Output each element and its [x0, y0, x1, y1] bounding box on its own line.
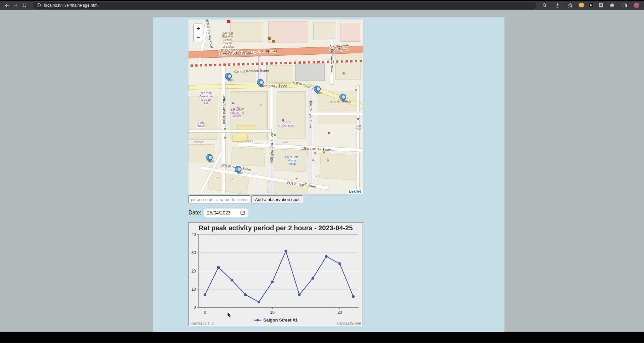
- road-shanghai-upper: [270, 86, 273, 145]
- poi-icon: [342, 72, 345, 75]
- leaflet-attribution-link[interactable]: Leaflet: [347, 189, 363, 194]
- bookmark-button[interactable]: [567, 2, 574, 9]
- svg-text:0: 0: [204, 310, 206, 315]
- legend-marker-icon: [254, 318, 261, 322]
- canvasjs-credit-link[interactable]: CanvasJS.com: [337, 321, 361, 325]
- chart-title: Rat peak activity period per 2 hours - 2…: [189, 224, 363, 232]
- trial-watermark: CanvasJS Trial: [191, 321, 214, 325]
- spot-form: Add a observation spot: [189, 195, 303, 203]
- reload-icon: [22, 3, 27, 8]
- side-panel-icon: [622, 3, 628, 8]
- notion-icon: N: [590, 4, 592, 7]
- date-label: Date:: [189, 210, 201, 216]
- activity-chart: Rat peak activity period per 2 hours - 2…: [189, 222, 363, 326]
- extension-notion-button[interactable]: N: [589, 3, 593, 7]
- road-east-edge: [356, 85, 360, 194]
- forward-button[interactable]: [12, 2, 19, 9]
- map-building: [266, 65, 293, 83]
- map-building: [319, 153, 360, 180]
- side-panel-button[interactable]: [621, 2, 629, 9]
- date-input[interactable]: 25/04/2023: [204, 208, 248, 217]
- extension-gray-button[interactable]: [599, 3, 603, 7]
- web-page: + − Leaflet 加士居道天橋 Gascoigne Road Flyove…: [0, 10, 644, 332]
- address-bar[interactable]: localhost/FYP/mainPage.html: [33, 2, 536, 9]
- poi-icon: [314, 152, 316, 154]
- back-icon: [4, 3, 10, 8]
- zoom-control: + −: [193, 23, 203, 42]
- map-label: 147: [314, 175, 319, 178]
- svg-text:20: 20: [192, 269, 196, 274]
- map-label: 205: [283, 140, 287, 143]
- leaflet-map[interactable]: + − Leaflet 加士居道天橋 Gascoigne Road Flyove…: [189, 19, 363, 194]
- date-row: Date: 25/04/2023: [189, 208, 248, 217]
- spot-name-input[interactable]: [189, 195, 250, 203]
- map-label: 582/588: [194, 141, 204, 144]
- back-button[interactable]: [3, 2, 11, 9]
- poi-icon: [232, 102, 234, 104]
- star-icon: [568, 3, 573, 8]
- map-building: [232, 135, 248, 142]
- poi-icon: [268, 37, 271, 40]
- mouse-cursor: [227, 311, 232, 319]
- road-shanghai-lower: [270, 143, 273, 194]
- poi-icon: [355, 89, 357, 91]
- browser-toolbar: localhost/FYP/mainPage.html N: [0, 1, 644, 10]
- toolbar-right-icons: N: [541, 2, 641, 9]
- poi-icon: [272, 40, 275, 43]
- poi-icon: [282, 119, 284, 121]
- map-building: [230, 22, 262, 42]
- share-icon: [555, 3, 560, 8]
- road-minor-east: [310, 112, 363, 115]
- svg-text:10: 10: [270, 310, 275, 315]
- poi-icon: [224, 128, 226, 130]
- chart-plot: 01020304001020: [189, 223, 363, 326]
- reload-button[interactable]: [21, 2, 28, 9]
- map-building: [272, 149, 308, 172]
- map-building: [340, 23, 360, 42]
- site-info-icon[interactable]: [36, 3, 41, 8]
- road-kansu-west: [189, 83, 311, 90]
- poi-icon: [224, 137, 226, 139]
- extensions-menu-button[interactable]: [608, 2, 616, 9]
- poi-icon: [224, 119, 226, 121]
- extension-glyph: [600, 4, 602, 6]
- poi-icon: [357, 118, 359, 120]
- map-building: [189, 96, 218, 140]
- road-minor-west: [189, 130, 272, 133]
- add-spot-button[interactable]: Add a observation spot: [251, 195, 303, 203]
- map-building: [335, 52, 361, 80]
- magnifier-icon: [542, 3, 547, 8]
- map-building: [313, 22, 335, 40]
- forward-icon: [13, 3, 18, 8]
- zoom-out-button[interactable]: −: [194, 33, 203, 42]
- chart-legend[interactable]: Saigon Street #1: [189, 317, 363, 323]
- poi-icon: [327, 159, 329, 161]
- date-value: 25/04/2023: [207, 210, 237, 215]
- svg-text:20: 20: [337, 310, 342, 315]
- share-button[interactable]: [554, 2, 561, 9]
- svg-text:0: 0: [194, 305, 196, 310]
- app-container: + − Leaflet 加士居道天橋 Gascoigne Road Flyove…: [153, 17, 504, 332]
- legend-label: Saigon Street #1: [263, 317, 298, 323]
- map-building: [295, 63, 325, 81]
- page-zoom-button[interactable]: [541, 2, 548, 9]
- poi-icon: [227, 20, 230, 23]
- calendar-icon[interactable]: [240, 210, 245, 215]
- map-building: [231, 147, 266, 166]
- zoom-in-button[interactable]: +: [194, 24, 203, 33]
- puzzle-icon: [609, 3, 615, 8]
- road-temple: [309, 85, 312, 184]
- poi-icon: [274, 134, 276, 136]
- map-building: [277, 91, 306, 139]
- extension-yellow-button[interactable]: [579, 3, 584, 7]
- poi-icon: [328, 132, 330, 134]
- svg-text:40: 40: [192, 232, 196, 237]
- letterbox-bottom: [0, 332, 644, 343]
- url-text: localhost/FYP/mainPage.html: [44, 3, 99, 8]
- poi-icon: [337, 101, 339, 103]
- poi-icon: [237, 107, 238, 108]
- svg-text:30: 30: [192, 250, 196, 255]
- poi-icon: [312, 159, 314, 161]
- poi-icon: [323, 151, 325, 153]
- profile-avatar[interactable]: [634, 3, 639, 8]
